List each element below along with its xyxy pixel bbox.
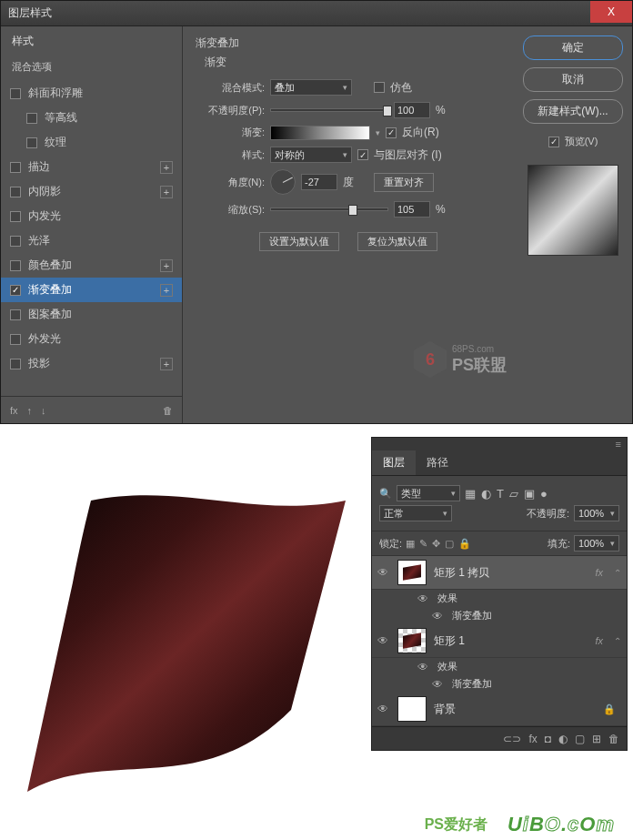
panel-drag-bar[interactable]: ≡	[372, 438, 627, 450]
reset-align-button[interactable]: 重置对齐	[374, 173, 434, 192]
style-checkbox[interactable]	[10, 236, 21, 247]
collapse-icon[interactable]: ⌃	[614, 568, 621, 578]
add-effect-icon[interactable]: +	[160, 284, 173, 297]
opacity-slider[interactable]	[270, 108, 388, 112]
style-checkbox[interactable]	[10, 88, 21, 99]
visibility-icon[interactable]: 👁	[377, 566, 390, 579]
filter-adjust-icon[interactable]: ◐	[481, 487, 491, 501]
visibility-icon[interactable]: 👁	[432, 678, 445, 691]
style-item[interactable]: 描边+	[1, 155, 182, 179]
fill-dropdown[interactable]: 100%▾	[574, 535, 619, 552]
visibility-icon[interactable]: 👁	[377, 634, 390, 647]
style-item[interactable]: 纹理	[1, 130, 182, 155]
visibility-icon[interactable]: 👁	[377, 703, 390, 715]
style-checkbox[interactable]	[26, 113, 37, 124]
lock-artboard-icon[interactable]: ▢	[445, 538, 454, 550]
gradient-picker[interactable]	[270, 126, 370, 140]
style-checkbox[interactable]	[10, 309, 21, 320]
mask-icon[interactable]: ◘	[545, 733, 551, 745]
style-item[interactable]: 内发光	[1, 204, 182, 228]
add-effect-icon[interactable]: +	[160, 186, 173, 198]
style-checkbox[interactable]	[10, 359, 21, 369]
style-dropdown[interactable]: 对称的▾	[270, 147, 352, 163]
fx-icon[interactable]: fx	[528, 733, 537, 745]
style-item[interactable]: 内阴影+	[1, 179, 182, 204]
layer-thumbnail[interactable]	[397, 696, 427, 722]
style-checkbox[interactable]	[10, 285, 21, 296]
filter-smart-icon[interactable]: ▣	[524, 487, 535, 501]
new-style-button[interactable]: 新建样式(W)...	[523, 99, 623, 124]
add-effect-icon[interactable]: +	[160, 358, 173, 370]
new-layer-icon[interactable]: ⊞	[592, 733, 601, 745]
blend-mode-dropdown[interactable]: 叠加▾	[270, 79, 352, 96]
link-layers-icon[interactable]: ⊂⊃	[503, 733, 521, 745]
filter-type-icon[interactable]: T	[497, 487, 504, 501]
style-checkbox[interactable]	[10, 334, 21, 345]
visibility-icon[interactable]: 👁	[417, 592, 430, 605]
style-item[interactable]: 渐变叠加+	[1, 278, 182, 302]
trash-icon[interactable]: 🗑	[163, 405, 173, 416]
effect-row[interactable]: 👁效果	[372, 590, 627, 607]
preview-checkbox[interactable]	[548, 137, 559, 147]
style-checkbox[interactable]	[10, 162, 21, 173]
filter-toggle-icon[interactable]: ●	[540, 487, 548, 501]
set-default-button[interactable]: 设置为默认值	[259, 232, 339, 251]
angle-dial[interactable]	[270, 169, 296, 195]
blend-options-item[interactable]: 混合选项	[1, 56, 182, 81]
search-icon[interactable]: 🔍	[379, 488, 392, 500]
style-checkbox[interactable]	[10, 260, 21, 271]
opacity-input[interactable]	[394, 102, 430, 118]
blend-mode-dropdown-layers[interactable]: 正常▾	[379, 505, 452, 521]
style-checkbox[interactable]	[10, 187, 21, 197]
layer-item[interactable]: 👁背景🔒	[372, 693, 627, 726]
filter-pixel-icon[interactable]: ▦	[465, 487, 476, 501]
group-icon[interactable]: ▢	[575, 733, 585, 745]
visibility-icon[interactable]: 👁	[432, 610, 445, 622]
layer-item[interactable]: 👁矩形 1 拷贝fx⌃	[372, 556, 627, 590]
style-item[interactable]: 光泽	[1, 228, 182, 253]
style-item[interactable]: 等高线	[1, 106, 182, 130]
adjustment-icon[interactable]: ◐	[558, 733, 568, 745]
ok-button[interactable]: 确定	[523, 35, 623, 60]
add-effect-icon[interactable]: +	[160, 259, 173, 272]
cancel-button[interactable]: 取消	[523, 67, 623, 92]
style-checkbox[interactable]	[10, 211, 21, 222]
style-item[interactable]: 投影+	[1, 351, 182, 376]
style-item[interactable]: 斜面和浮雕	[1, 81, 182, 106]
scale-input[interactable]	[394, 201, 430, 218]
lock-position-icon[interactable]: ✥	[432, 538, 440, 550]
effect-row[interactable]: 👁渐变叠加	[372, 607, 627, 624]
lock-brush-icon[interactable]: ✎	[419, 538, 427, 550]
close-button[interactable]: X	[590, 1, 632, 23]
filter-shape-icon[interactable]: ▱	[509, 487, 518, 501]
style-checkbox[interactable]	[26, 137, 37, 148]
delete-layer-icon[interactable]: 🗑	[608, 733, 619, 745]
panel-menu-icon[interactable]: ≡	[616, 439, 621, 450]
dither-checkbox[interactable]	[374, 82, 385, 93]
down-icon[interactable]: ↓	[41, 405, 46, 416]
effect-row[interactable]: 👁效果	[372, 658, 627, 675]
layer-thumbnail[interactable]	[397, 628, 427, 653]
up-icon[interactable]: ↑	[27, 405, 33, 416]
style-item[interactable]: 颜色叠加+	[1, 253, 182, 278]
lock-pixels-icon[interactable]: ▦	[406, 538, 415, 550]
opacity-dropdown-layers[interactable]: 100%▾	[574, 505, 619, 521]
scale-slider[interactable]	[270, 207, 388, 211]
style-item[interactable]: 图案叠加	[1, 302, 182, 327]
add-effect-icon[interactable]: +	[160, 161, 173, 174]
lock-all-icon[interactable]: 🔒	[458, 538, 471, 550]
collapse-icon[interactable]: ⌃	[614, 636, 621, 646]
filter-kind-dropdown[interactable]: 类型▾	[397, 485, 460, 501]
align-checkbox[interactable]	[357, 149, 368, 160]
tab-paths[interactable]: 路径	[416, 450, 459, 475]
reset-default-button[interactable]: 复位为默认值	[357, 232, 437, 251]
visibility-icon[interactable]: 👁	[417, 661, 430, 673]
layer-item[interactable]: 👁矩形 1fx⌃	[372, 624, 627, 658]
tab-layers[interactable]: 图层	[372, 450, 416, 475]
style-item[interactable]: 外发光	[1, 327, 182, 351]
fx-menu-icon[interactable]: fx	[10, 405, 18, 416]
dialog-titlebar[interactable]: 图层样式 X	[1, 1, 632, 26]
reverse-checkbox[interactable]	[386, 127, 397, 138]
angle-input[interactable]	[301, 174, 337, 190]
layer-thumbnail[interactable]	[397, 560, 427, 585]
